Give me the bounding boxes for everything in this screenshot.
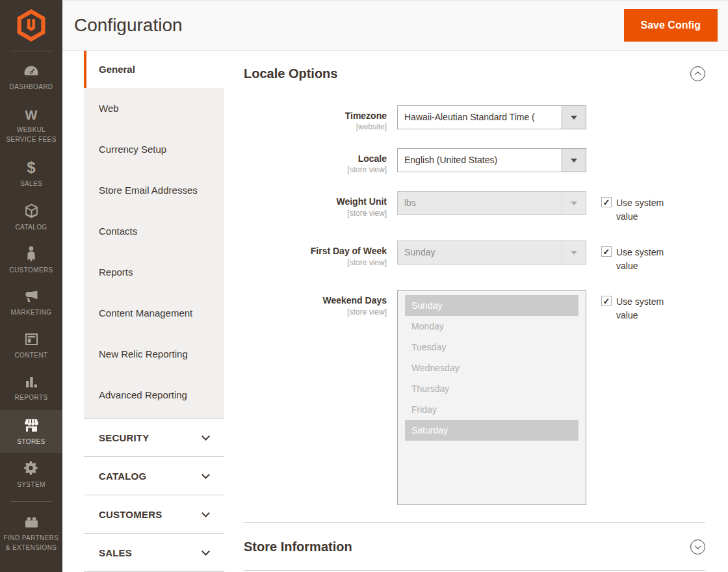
config-nav-item-advanced-reporting[interactable]: Advanced Reporting [84, 374, 224, 415]
first-day-scope: [store view] [244, 258, 387, 267]
weight-unit-use-system-checkbox[interactable]: ✓ [601, 197, 612, 207]
config-nav-general-subitems: Web Currency Setup Store Email Addresses… [84, 88, 224, 418]
field-row-locale: Locale [store view] English (United Stat… [244, 148, 705, 174]
chevron-down-icon [202, 471, 210, 479]
first-day-use-system-checkbox[interactable]: ✓ [601, 246, 612, 257]
weight-unit-label: Weight Unit [244, 196, 387, 207]
dropdown-arrow[interactable] [562, 149, 586, 172]
sidebar-item-catalog[interactable]: CATALOG [0, 196, 62, 239]
locale-options-title: Locale Options [244, 66, 337, 81]
field-row-timezone: Timezone [website] Hawaii-Aleutian Stand… [244, 105, 705, 131]
timezone-scope: [website] [244, 122, 387, 131]
weekend-days-scope: [store view] [244, 307, 387, 317]
stores-icon [23, 417, 40, 434]
weekend-option-thursday: Thursday [405, 378, 578, 399]
weight-unit-use-system: ✓ Use system value [601, 191, 672, 224]
config-nav-section-catalog[interactable]: CATALOG [84, 457, 224, 495]
sales-icon: $ [27, 160, 35, 176]
store-information-expand-button[interactable] [690, 540, 705, 554]
sidebar-divider [10, 501, 52, 502]
config-nav-item-general[interactable]: General [84, 51, 224, 88]
chevron-down-icon [202, 509, 210, 517]
sidebar-item-find-partners-extensions[interactable]: FIND PARTNERS & EXTENSIONS [0, 507, 62, 560]
page-body: General Web Currency Setup Store Email A… [62, 51, 728, 572]
config-nav-section-sales[interactable]: SALES [84, 534, 224, 572]
main-column: Configuration Save Config General Web Cu… [62, 0, 728, 572]
sidebar-item-content[interactable]: CONTENT [0, 324, 62, 367]
config-nav-section-security[interactable]: SECURITY [84, 419, 224, 457]
dropdown-arrow[interactable] [562, 106, 586, 129]
store-information-header: Store Information [244, 523, 705, 570]
locale-options-collapse-button[interactable] [690, 66, 705, 81]
customers-icon [23, 245, 39, 262]
field-row-first-day-of-week: First Day of Week [store view] Sunday ✓ … [244, 240, 705, 273]
config-nav: General Web Currency Setup Store Email A… [84, 51, 224, 572]
config-nav-item-new-relic-reporting[interactable]: New Relic Reporting [84, 333, 224, 374]
locale-options-form: Timezone [website] Hawaii-Aleutian Stand… [244, 105, 705, 505]
sidebar-item-customers[interactable]: CUSTOMERS [0, 239, 62, 281]
dashboard-icon [23, 64, 40, 79]
weekend-days-label: Weekend Days [244, 294, 387, 306]
weekend-option-sunday: Sunday [405, 295, 578, 316]
config-nav-sections: SECURITY CATALOG CUSTOMERS SALES [84, 418, 224, 572]
chevron-down-icon [202, 547, 210, 556]
weekend-option-tuesday: Tuesday [405, 337, 578, 358]
system-icon [23, 460, 40, 476]
sidebar-item-system[interactable]: SYSTEM [0, 453, 62, 496]
page-header: Configuration Save Config [62, 0, 728, 51]
config-nav-item-content-management[interactable]: Content Management [84, 292, 224, 333]
config-nav-item-web[interactable]: Web [84, 88, 224, 129]
config-content: Locale Options Timezone [website] [224, 51, 728, 572]
dropdown-arrow [562, 241, 586, 264]
timezone-label: Timezone [244, 110, 387, 122]
weekend-option-saturday: Saturday [405, 420, 578, 441]
locale-select[interactable]: English (United States) [397, 148, 586, 172]
save-config-button[interactable]: Save Config [624, 9, 718, 42]
config-nav-item-reports[interactable]: Reports [84, 252, 224, 292]
weekend-option-friday: Friday [405, 399, 578, 420]
field-row-weekend-days: Weekend Days [store view] Sunday Monday … [244, 290, 705, 505]
weekend-option-wednesday: Wednesday [405, 358, 578, 378]
chevron-up-icon [695, 72, 701, 78]
first-day-select: Sunday [397, 240, 586, 265]
dropdown-arrow [562, 192, 586, 214]
section-divider [244, 570, 705, 571]
locale-label: Locale [244, 153, 387, 164]
sidebar-item-sales[interactable]: $ SALES [0, 153, 62, 196]
chevron-down-icon [695, 543, 701, 550]
config-nav-item-currency-setup[interactable]: Currency Setup [84, 129, 224, 170]
config-nav-section-customers[interactable]: CUSTOMERS [84, 495, 224, 534]
webkul-icon: W [25, 109, 38, 122]
sidebar-item-marketing[interactable]: MARKETING [0, 281, 62, 324]
sidebar-item-stores[interactable]: STORES [0, 410, 62, 453]
magento-logo-icon [17, 9, 46, 42]
first-day-use-system: ✓ Use system value [601, 240, 672, 273]
weight-unit-scope: [store view] [244, 209, 387, 218]
config-nav-item-store-email-addresses[interactable]: Store Email Addresses [84, 170, 224, 211]
weekend-option-monday: Monday [405, 316, 578, 337]
weekend-days-use-system-checkbox[interactable]: ✓ [601, 296, 612, 306]
magento-admin-app: DASHBOARD W WEBKUL SERVICE FEES $ SALES … [0, 0, 728, 572]
sidebar-item-reports[interactable]: REPORTS [0, 367, 62, 410]
weekend-days-multiselect: Sunday Monday Tuesday Wednesday Thursday… [397, 290, 586, 505]
catalog-icon [23, 203, 40, 219]
timezone-select[interactable]: Hawaii-Aleutian Standard Time ( [397, 105, 586, 129]
weekend-days-use-system: ✓ Use system value [601, 290, 672, 322]
reports-icon [23, 375, 39, 389]
content-icon [23, 332, 40, 347]
weight-unit-select: lbs [397, 191, 586, 215]
sidebar-item-dashboard[interactable]: DASHBOARD [0, 57, 62, 99]
chevron-down-icon [202, 432, 210, 441]
admin-sidebar: DASHBOARD W WEBKUL SERVICE FEES $ SALES … [0, 0, 62, 572]
config-nav-item-contacts[interactable]: Contacts [84, 211, 224, 252]
locale-scope: [store view] [244, 165, 387, 174]
field-row-weight-unit: Weight Unit [store view] lbs ✓ Use syste… [244, 191, 705, 224]
first-day-label: First Day of Week [244, 245, 387, 257]
page-title: Configuration [74, 15, 183, 36]
marketing-icon [23, 289, 40, 304]
sidebar-item-webkul-service-fees[interactable]: W WEBKUL SERVICE FEES [0, 99, 62, 153]
extensions-icon [23, 515, 40, 530]
locale-options-header: Locale Options [244, 66, 705, 81]
magento-logo[interactable] [0, 0, 62, 51]
sidebar-divider [10, 51, 52, 51]
